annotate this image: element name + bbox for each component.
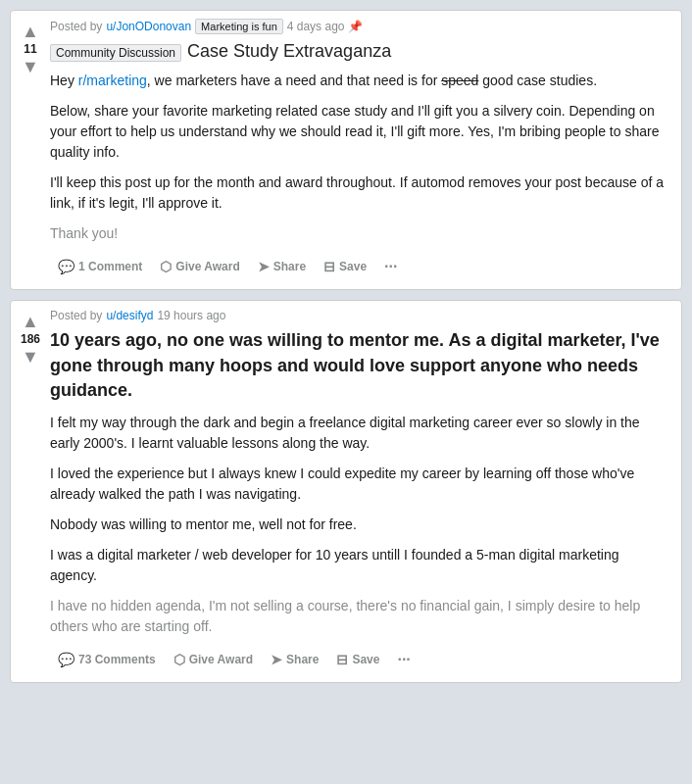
vote-column-1: ▲ 11 ▼: [11, 19, 50, 281]
post-1: ▲ 11 ▼ Posted by u/JonODonovan Marketing…: [10, 10, 682, 290]
save-button-1[interactable]: ⊟ Save: [316, 253, 374, 280]
post-1-body-p3: I'll keep this post up for the month and…: [50, 172, 666, 214]
vote-count-2: 186: [21, 332, 40, 346]
comments-button-1[interactable]: 💬 1 Comment: [50, 253, 150, 280]
post-2-body-p4: I was a digital marketer / web developer…: [50, 545, 666, 586]
downvote-button-2[interactable]: ▼: [22, 348, 39, 366]
post-2-body-p2: I loved the experience but I always knew…: [50, 464, 666, 505]
more-button-1[interactable]: ···: [376, 252, 405, 281]
post-1-author[interactable]: u/JonODonovan: [106, 20, 191, 33]
post-2-body-p5: I have no hidden agenda, I'm not selling…: [50, 596, 666, 637]
post-1-body-p4: Thank you!: [50, 223, 666, 244]
upvote-button-1[interactable]: ▲: [22, 23, 39, 40]
post-2-body-p3: Nobody was willing to mentor me, well no…: [50, 514, 666, 535]
post-2-title: 10 years ago, no one was willing to ment…: [50, 328, 666, 403]
share-label-1: Share: [273, 260, 306, 273]
post-1-time: 4 days ago: [287, 20, 345, 33]
post-1-meta: Posted by u/JonODonovan Marketing is fun…: [50, 19, 666, 34]
post-2-content: Posted by u/desifyd 19 hours ago 10 year…: [50, 309, 673, 674]
award-button-1[interactable]: ⬡ Give Award: [152, 253, 247, 280]
share-icon-1: ➤: [258, 259, 270, 274]
post-1-body: Hey r/marketing, we marketers have a nee…: [50, 71, 666, 244]
award-icon-1: ⬡: [160, 259, 172, 274]
award-icon-2: ⬡: [173, 652, 185, 667]
comment-icon-1: 💬: [58, 259, 74, 274]
post-2-meta: Posted by u/desifyd 19 hours ago: [50, 309, 666, 322]
post-2-author[interactable]: u/desifyd: [106, 309, 153, 322]
post-1-title-text: Case Study Extravaganza: [187, 41, 391, 61]
post-2: ▲ 186 ▼ Posted by u/desifyd 19 hours ago…: [10, 300, 682, 683]
post-1-body-p2: Below, share your favorite marketing rel…: [50, 101, 666, 163]
r-marketing-link-1[interactable]: r/marketing: [78, 73, 147, 88]
post-1-title: Community DiscussionCase Study Extravaga…: [50, 40, 666, 63]
vote-column-2: ▲ 186 ▼: [11, 309, 50, 674]
upvote-button-2[interactable]: ▲: [22, 313, 39, 330]
vote-count-1: 11: [24, 42, 36, 56]
comments-button-2[interactable]: 💬 73 Comments: [50, 646, 164, 673]
comments-label-1: 1 Comment: [78, 260, 142, 273]
post-1-actions: 💬 1 Comment ⬡ Give Award ➤ Share ⊟ Save …: [50, 252, 666, 281]
post-1-author-label: Posted by: [50, 20, 102, 33]
downvote-button-1[interactable]: ▼: [22, 58, 39, 75]
post-2-body-p1: I felt my way through the dark and begin…: [50, 413, 666, 454]
save-label-1: Save: [339, 260, 367, 273]
post-1-title-flair: Community Discussion: [50, 44, 181, 62]
save-icon-1: ⊟: [323, 259, 335, 274]
comments-label-2: 73 Comments: [78, 653, 156, 666]
award-label-2: Give Award: [189, 653, 253, 666]
share-button-2[interactable]: ➤ Share: [263, 646, 326, 673]
pin-icon-1: 📌: [348, 20, 363, 33]
post-2-body: I felt my way through the dark and begin…: [50, 413, 666, 637]
post-2-author-label: Posted by: [50, 309, 102, 322]
post-1-content: Posted by u/JonODonovan Marketing is fun…: [50, 19, 673, 281]
save-icon-2: ⊟: [336, 652, 348, 667]
post-1-flair: Marketing is fun: [195, 19, 283, 34]
award-button-2[interactable]: ⬡ Give Award: [166, 646, 261, 673]
save-button-2[interactable]: ⊟ Save: [328, 646, 387, 673]
post-2-actions: 💬 73 Comments ⬡ Give Award ➤ Share ⊟ Sav…: [50, 645, 666, 674]
comment-icon-2: 💬: [58, 652, 74, 667]
post-1-body-p1: Hey r/marketing, we marketers have a nee…: [50, 71, 666, 91]
save-label-2: Save: [352, 653, 379, 666]
share-icon-2: ➤: [271, 652, 282, 667]
award-label-1: Give Award: [175, 260, 239, 273]
more-button-2[interactable]: ···: [389, 645, 418, 674]
share-button-1[interactable]: ➤ Share: [250, 253, 314, 280]
post-2-time: 19 hours ago: [157, 309, 225, 322]
share-label-2: Share: [286, 653, 319, 666]
